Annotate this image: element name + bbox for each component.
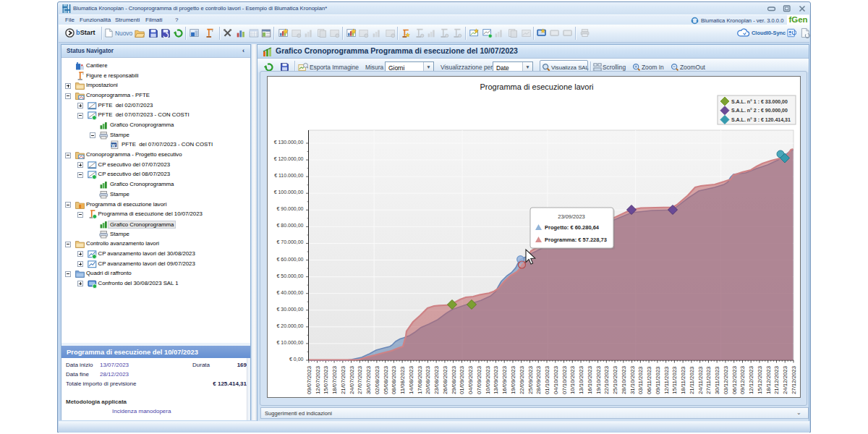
svg-text:01/10/2023: 01/10/2023 xyxy=(544,366,550,394)
svg-text:22/10/2023: 22/10/2023 xyxy=(603,366,610,394)
svg-text:18/07/2023: 18/07/2023 xyxy=(331,366,338,394)
svg-text:09/11/2023: 09/11/2023 xyxy=(655,367,661,394)
svg-text:09/07/2023: 09/07/2023 xyxy=(306,366,312,394)
svg-text:04/09/2023: 04/09/2023 xyxy=(467,366,474,394)
svg-text:€ 0,00: € 0,00 xyxy=(289,357,304,362)
svg-text:€ 10.000,00: € 10.000,00 xyxy=(277,340,304,345)
svg-text:03/12/2023: 03/12/2023 xyxy=(723,366,729,394)
svg-text:€ 110.000,00: € 110.000,00 xyxy=(274,173,303,178)
svg-text:01/09/2023: 01/09/2023 xyxy=(459,366,465,394)
svg-text:06/12/2023: 06/12/2023 xyxy=(731,366,738,394)
svg-text:€ 90.000,00: € 90.000,00 xyxy=(277,206,304,211)
svg-text:27/11/2023: 27/11/2023 xyxy=(705,367,712,394)
svg-text:31/10/2023: 31/10/2023 xyxy=(629,366,636,394)
svg-text:21/07/2023: 21/07/2023 xyxy=(340,366,346,394)
svg-text:04/10/2023: 04/10/2023 xyxy=(553,366,559,394)
svg-text:03/11/2023: 03/11/2023 xyxy=(637,367,644,394)
svg-text:€ 120.000,00: € 120.000,00 xyxy=(274,156,304,161)
svg-text:Progetto: € 60.280,64: Progetto: € 60.280,64 xyxy=(545,224,600,231)
svg-text:21/12/2023: 21/12/2023 xyxy=(773,366,780,394)
svg-text:15/07/2023: 15/07/2023 xyxy=(323,366,329,394)
svg-text:13/09/2023: 13/09/2023 xyxy=(493,366,499,394)
svg-text:€ 100.000,00: € 100.000,00 xyxy=(274,190,304,195)
svg-text:28/09/2023: 28/09/2023 xyxy=(535,366,542,394)
svg-text:27/12/2023: 27/12/2023 xyxy=(791,366,797,394)
svg-text:23/08/2023: 23/08/2023 xyxy=(433,366,440,394)
svg-text:18/12/2023: 18/12/2023 xyxy=(765,366,772,394)
svg-text:10/09/2023: 10/09/2023 xyxy=(485,366,491,394)
svg-text:19/10/2023: 19/10/2023 xyxy=(595,366,602,394)
svg-text:€ 50.000,00: € 50.000,00 xyxy=(277,273,304,278)
svg-text:08/08/2023: 08/08/2023 xyxy=(391,366,397,394)
svg-text:15/12/2023: 15/12/2023 xyxy=(757,366,763,394)
svg-text:25/09/2023: 25/09/2023 xyxy=(527,366,534,394)
svg-text:23/09/2023: 23/09/2023 xyxy=(558,213,585,220)
svg-text:12/12/2023: 12/12/2023 xyxy=(748,366,754,394)
svg-text:19/09/2023: 19/09/2023 xyxy=(510,366,516,394)
svg-text:22/09/2023: 22/09/2023 xyxy=(519,366,525,394)
svg-text:05/08/2023: 05/08/2023 xyxy=(383,366,389,394)
svg-text:€ 70.000,00: € 70.000,00 xyxy=(277,239,304,244)
svg-text:07/09/2023: 07/09/2023 xyxy=(476,366,482,394)
svg-text:29/08/2023: 29/08/2023 xyxy=(451,366,457,394)
svg-text:Programma: € 57.228,73: Programma: € 57.228,73 xyxy=(545,237,607,243)
svg-text:€ 40.000,00: € 40.000,00 xyxy=(277,290,304,295)
svg-text:S.A.L. n° 3 : € 120.414,31: S.A.L. n° 3 : € 120.414,31 xyxy=(731,117,791,123)
svg-text:24/11/2023: 24/11/2023 xyxy=(697,367,704,394)
svg-text:20/08/2023: 20/08/2023 xyxy=(425,366,431,394)
svg-text:24/12/2023: 24/12/2023 xyxy=(782,366,788,394)
svg-text:€ 60.000,00: € 60.000,00 xyxy=(277,257,304,262)
svg-text:06/11/2023: 06/11/2023 xyxy=(646,367,652,394)
svg-text:11/08/2023: 11/08/2023 xyxy=(399,367,406,394)
svg-text:02/08/2023: 02/08/2023 xyxy=(374,366,380,394)
svg-text:14/08/2023: 14/08/2023 xyxy=(408,366,414,394)
svg-text:€ 80.000,00: € 80.000,00 xyxy=(277,223,304,228)
svg-text:W: W xyxy=(111,143,116,148)
svg-text:€ 130.000,00: € 130.000,00 xyxy=(274,140,304,145)
svg-text:16/09/2023: 16/09/2023 xyxy=(501,366,508,394)
svg-text:12/07/2023: 12/07/2023 xyxy=(315,366,321,394)
svg-text:26/08/2023: 26/08/2023 xyxy=(442,366,448,394)
svg-text:28/10/2023: 28/10/2023 xyxy=(621,366,627,394)
svg-text:10/10/2023: 10/10/2023 xyxy=(569,366,576,394)
svg-text:€ 30.000,00: € 30.000,00 xyxy=(277,307,304,312)
svg-text:17/08/2023: 17/08/2023 xyxy=(417,366,423,394)
svg-text:21/11/2023: 21/11/2023 xyxy=(689,367,695,394)
svg-text:€ 20.000,00: € 20.000,00 xyxy=(277,323,304,328)
svg-text:07/10/2023: 07/10/2023 xyxy=(561,366,568,394)
svg-text:12/11/2023: 12/11/2023 xyxy=(663,367,670,394)
svg-text:13/10/2023: 13/10/2023 xyxy=(578,366,584,394)
svg-text:15/11/2023: 15/11/2023 xyxy=(671,367,678,394)
svg-text:Programma di esecuzione lavori: Programma di esecuzione lavori xyxy=(480,82,593,91)
svg-text:16/10/2023: 16/10/2023 xyxy=(587,366,593,394)
svg-text:30/11/2023: 30/11/2023 xyxy=(714,367,720,394)
svg-text:24/07/2023: 24/07/2023 xyxy=(349,366,355,394)
svg-text:25/10/2023: 25/10/2023 xyxy=(612,366,618,394)
svg-text:18/11/2023: 18/11/2023 xyxy=(680,367,686,394)
svg-text:S.A.L. n° 2 : € 90.000,00: S.A.L. n° 2 : € 90.000,00 xyxy=(731,108,788,114)
svg-text:30/07/2023: 30/07/2023 xyxy=(365,366,372,394)
svg-text:27/07/2023: 27/07/2023 xyxy=(357,366,363,394)
svg-text:09/12/2023: 09/12/2023 xyxy=(739,366,746,394)
svg-text:S.A.L. n° 1 : € 33.000,00: S.A.L. n° 1 : € 33.000,00 xyxy=(731,99,788,105)
